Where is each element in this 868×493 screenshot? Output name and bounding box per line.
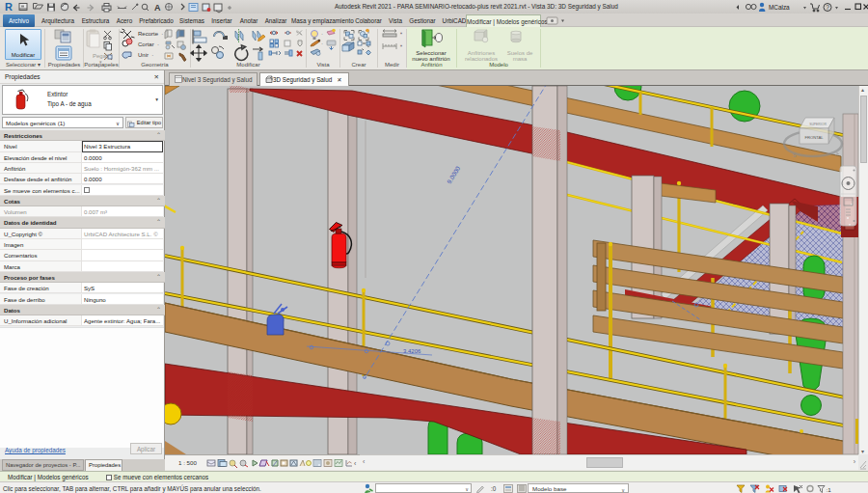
svg-text:3.4206: 3.4206 bbox=[403, 348, 421, 354]
svg-text:S: S bbox=[793, 152, 797, 158]
svg-text:·: · bbox=[400, 42, 402, 48]
svg-text::1: :1 bbox=[827, 486, 832, 493]
svg-text:‹: ‹ bbox=[354, 460, 357, 467]
svg-text:?: ? bbox=[826, 4, 829, 11]
svg-text:R: R bbox=[5, 1, 13, 13]
svg-text:A: A bbox=[154, 3, 161, 13]
svg-text:MCalza: MCalza bbox=[769, 4, 790, 11]
svg-text:·: · bbox=[321, 31, 323, 37]
svg-text:·: · bbox=[321, 41, 323, 46]
svg-text:·: · bbox=[400, 30, 402, 36]
svg-text:SUPERIOR: SUPERIOR bbox=[809, 123, 827, 126]
svg-text:FRONTAL: FRONTAL bbox=[804, 135, 824, 140]
